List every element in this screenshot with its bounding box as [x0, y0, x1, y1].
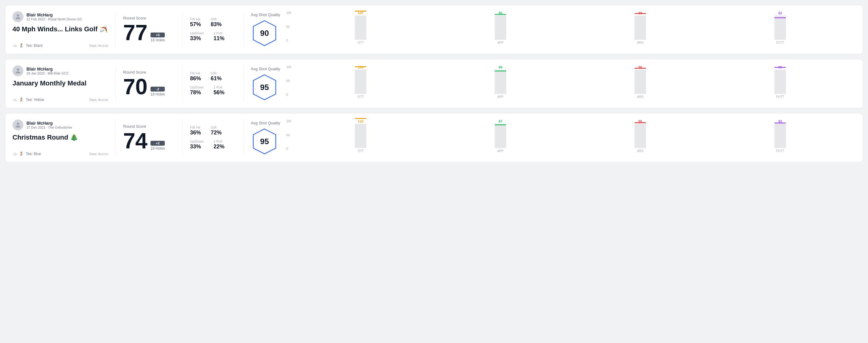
- bar-group-app: 95 APP: [432, 11, 568, 48]
- bar-value: 107: [358, 11, 363, 15]
- hexagon-container: 90: [251, 20, 278, 47]
- card-quality: Avg Shot Quality 90 100 50 0: [244, 11, 856, 48]
- card-quality: Avg Shot Quality 95 100 50 0: [244, 65, 856, 102]
- round-card: Blair McHarg 12 Feb 2022 · Royal North D…: [5, 5, 863, 54]
- quality-label: Avg Shot Quality: [251, 12, 280, 17]
- bar-label: OTT: [358, 148, 364, 156]
- score-label: Round Score: [123, 124, 175, 129]
- data-source: Data: Arccos: [89, 152, 108, 156]
- oneputt-label: 1 Putt: [213, 86, 224, 89]
- bar-label: ARG: [637, 94, 644, 102]
- user-name: Blair McHarg: [26, 12, 82, 17]
- hexagon-score: 95: [260, 136, 269, 146]
- bar-group-putt: 82 PUTT: [712, 11, 848, 48]
- card-score: Round Score 77 +5 18 Holes: [116, 11, 183, 48]
- bar-value: 110: [358, 120, 363, 123]
- bar-group-app: 86 APP: [432, 65, 568, 102]
- card-left: Blair McHarg 12 Feb 2022 · Royal North D…: [12, 11, 116, 48]
- stats-row-bottom: Up/Down 78% 1 Putt 56%: [190, 86, 236, 96]
- score-label: Round Score: [123, 16, 175, 20]
- bar-group-arg: 98 ARG: [572, 11, 708, 48]
- card-stats: FW Hit 86% GIR 61% Up/Down 78% 1 Putt: [183, 65, 244, 102]
- score-holes: 18 Holes: [151, 92, 165, 96]
- bar-label: PUTT: [776, 40, 784, 48]
- quality-label: Avg Shot Quality: [251, 67, 280, 71]
- card-footer: ☁️ 🏌️ Tee: Black Data: Arccos: [12, 43, 108, 48]
- data-source: Data: Arccos: [89, 98, 108, 101]
- hexagon-score: 90: [260, 28, 269, 38]
- cloud-icon: ☁️: [12, 97, 17, 102]
- hexagon-container: 95: [251, 128, 278, 155]
- score-main: 70 -2 18 Holes: [123, 76, 175, 98]
- bar-label: APP: [497, 40, 503, 48]
- stat-fw-hit: FW Hit 86%: [190, 71, 201, 82]
- score-holes: 18 Holes: [151, 38, 165, 42]
- card-left: Blair McHarg 27 Dec 2021 · The Oxfordshi…: [12, 120, 116, 156]
- fw-hit-label: FW Hit: [190, 71, 201, 75]
- gir-label: GIR: [211, 17, 222, 21]
- user-name: Blair McHarg: [26, 67, 69, 71]
- bar-group-putt: 93 PUTT: [712, 120, 848, 156]
- card-score: Round Score 70 -2 18 Holes: [116, 65, 183, 102]
- fw-hit-value: 86%: [190, 75, 201, 82]
- bag-icon: 🏌️: [19, 97, 24, 102]
- updown-value: 33%: [190, 144, 204, 150]
- card-score: Round Score 74 +2 18 Holes: [116, 120, 183, 156]
- bar-value: 86: [499, 65, 502, 69]
- user-meta: 12 Feb 2022 · Royal North Devon GC: [26, 17, 82, 21]
- quality-left: Avg Shot Quality 95: [251, 67, 280, 101]
- bar-group-arg: 96 ARG: [572, 65, 708, 102]
- round-title: Christmas Round 🎄: [12, 133, 108, 142]
- bag-icon: 🏌️: [19, 151, 24, 156]
- card-stats: FW Hit 36% GIR 72% Up/Down 33% 1 Putt: [183, 120, 244, 156]
- bar-label: OTT: [358, 40, 364, 48]
- cloud-icon: ☁️: [12, 43, 17, 48]
- score-main: 74 +2 18 Holes: [123, 130, 175, 152]
- avatar: [12, 120, 23, 130]
- updown-value: 78%: [190, 89, 204, 96]
- bar-group-app: 87 APP: [432, 120, 568, 156]
- stats-row-top: FW Hit 57% GIR 83%: [190, 17, 236, 28]
- updown-value: 33%: [190, 35, 204, 42]
- tee-label: Tee: Blue: [26, 152, 41, 156]
- card-footer: ☁️ 🏌️ Tee: Blue Data: Arccos: [12, 151, 108, 156]
- updown-label: Up/Down: [190, 139, 204, 143]
- user-details: Blair McHarg 27 Dec 2021 · The Oxfordshi…: [26, 121, 72, 129]
- score-holes: 18 Holes: [151, 146, 165, 151]
- bar-group-arg: 95 ARG: [572, 120, 708, 156]
- stat-oneputt: 1 Putt 56%: [213, 86, 224, 96]
- tee-label: Tee: Yellow: [26, 98, 44, 102]
- bar-label: APP: [497, 148, 503, 156]
- bar-label: OTT: [358, 94, 364, 102]
- hexagon-score: 95: [260, 83, 269, 92]
- oneputt-label: 1 Putt: [213, 31, 224, 35]
- user-meta: 27 Dec 2021 · The Oxfordshire: [26, 126, 72, 129]
- stat-updown: Up/Down 33%: [190, 139, 204, 150]
- user-details: Blair McHarg 29 Jan 2022 · Mill Ride GCC: [26, 67, 69, 75]
- stat-oneputt: 1 Putt 22%: [213, 139, 224, 150]
- stats-row-bottom: Up/Down 33% 1 Putt 22%: [190, 139, 236, 150]
- user-meta: 29 Jan 2022 · Mill Ride GCC: [26, 71, 69, 75]
- hexagon-container: 95: [251, 73, 278, 101]
- score-badge-group: +5 18 Holes: [151, 33, 165, 42]
- score-badge-group: +2 18 Holes: [151, 141, 165, 151]
- bar-label: ARG: [637, 148, 644, 156]
- bar-chart: 100 50 0 107 OTT 95: [286, 11, 848, 48]
- score-badge: +5: [151, 33, 165, 37]
- stat-oneputt: 1 Putt 11%: [213, 31, 224, 42]
- gir-value: 72%: [211, 129, 222, 136]
- round-card: Blair McHarg 29 Jan 2022 · Mill Ride GCC…: [5, 59, 863, 108]
- bar-label: PUTT: [776, 148, 784, 156]
- stat-updown: Up/Down 78%: [190, 86, 204, 96]
- fw-hit-label: FW Hit: [190, 17, 201, 21]
- stat-updown: Up/Down 33%: [190, 31, 204, 42]
- score-badge: -2: [151, 87, 165, 92]
- card-footer: ☁️ 🏌️ Tee: Yellow Data: Arccos: [12, 97, 108, 102]
- quality-left: Avg Shot Quality 90: [251, 12, 280, 47]
- tee-label: Tee: Black: [26, 43, 42, 48]
- avatar: [12, 65, 23, 76]
- round-card: Blair McHarg 27 Dec 2021 · The Oxfordshi…: [5, 113, 863, 162]
- bar-group-ott: 110 OTT: [292, 120, 429, 156]
- card-quality: Avg Shot Quality 95 100 50 0: [244, 120, 856, 156]
- bar-label: APP: [497, 94, 503, 102]
